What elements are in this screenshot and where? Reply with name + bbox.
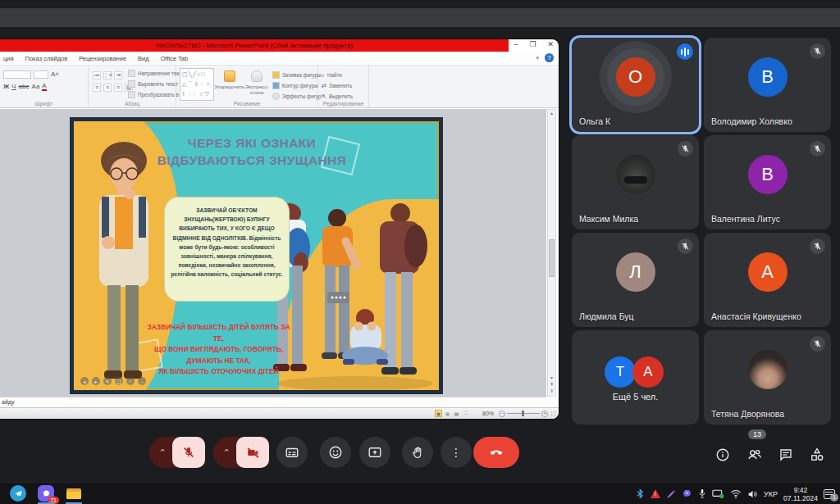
slideshow-view-icon[interactable]: ⛶	[462, 410, 469, 417]
menu-office-tab[interactable]: Office Tab	[161, 55, 189, 62]
avatar: Т	[605, 356, 636, 388]
menu-animation[interactable]: ция	[3, 55, 14, 62]
end-call-button[interactable]	[473, 437, 519, 468]
warning-tray-icon[interactable]	[651, 489, 660, 498]
powerpoint-titlebar[interactable]: НАСИЛЬСТВО - Microsoft PowerPoint (Сбой …	[0, 39, 509, 52]
slide-canvas[interactable]: ЧЕРЕЗ ЯКІ ОЗНАКИ ВІДБУВАЮТЬСЯ ЗНУЩАННЯ З…	[70, 117, 443, 394]
powerpoint-title: НАСИЛЬСТВО - Microsoft PowerPoint (Сбой …	[156, 42, 353, 49]
camera-off-button[interactable]	[236, 437, 269, 468]
prev-slide-icon[interactable]: ◂	[80, 377, 89, 385]
powerpoint-window: НАСИЛЬСТВО - Microsoft PowerPoint (Сбой …	[0, 39, 559, 419]
fit-to-window-icon[interactable]: ⛶	[551, 411, 555, 417]
bullets-icon[interactable]: ≔	[93, 71, 101, 79]
mic-off-icon	[182, 446, 195, 459]
zoom-icon[interactable]: ⌕	[126, 377, 135, 385]
minimize-button[interactable]: –	[514, 40, 518, 48]
align-center-icon[interactable]: ≡	[103, 84, 112, 92]
clock[interactable]: 9:42 07.11.2024	[783, 486, 818, 502]
show-participants-button[interactable]	[745, 445, 765, 465]
strikethrough-icon[interactable]: abc	[19, 83, 30, 90]
zoom-slider-thumb[interactable]	[522, 411, 524, 416]
next-slide-icon[interactable]: ▸	[92, 377, 100, 385]
avatar: О	[616, 57, 655, 97]
participant-tile[interactable]: А Анастасія Кривущенко	[704, 233, 831, 327]
vertical-scrollbar[interactable]: ▴ ▾⇞⇟	[547, 109, 556, 397]
shape-fill-icon	[272, 71, 280, 79]
numbering-icon[interactable]: ⋮≡	[103, 71, 112, 79]
more-icon[interactable]: ⋯	[138, 377, 146, 385]
mic-control: ⌃	[149, 437, 205, 468]
menu-view[interactable]: Вид	[138, 55, 149, 62]
pen-icon[interactable]: ✎	[103, 377, 112, 385]
underline-icon[interactable]: Ч	[11, 83, 16, 90]
taskbar: 71 УКР 9:42 07.11.2024 1	[0, 482, 840, 504]
shape-fill-button[interactable]: Заливка фигуры	[272, 70, 322, 80]
notes-pane[interactable]: айду	[0, 397, 546, 407]
slide-nav-arrows[interactable]: ▾⇞⇟	[548, 375, 555, 394]
arrange-button[interactable]: Упорядочить	[217, 68, 242, 102]
activities-button[interactable]	[807, 445, 827, 465]
participant-tile[interactable]: Л Людмила Буц	[572, 233, 699, 327]
language-indicator[interactable]: УКР	[764, 490, 778, 498]
indent-icon[interactable]: ⇥	[114, 71, 122, 79]
participant-tile[interactable]: Тетяна Дворянова	[704, 330, 831, 425]
zoom-in-icon[interactable]: +	[541, 411, 548, 417]
replace-icon: ⇄	[322, 83, 326, 89]
raise-hand-button[interactable]	[402, 437, 433, 468]
viber-tray-icon[interactable]	[682, 488, 692, 499]
participant-tile[interactable]: В Володимир Холявко	[704, 38, 831, 132]
present-screen-button[interactable]	[359, 437, 390, 468]
slide-sorter-icon[interactable]: ⊞	[444, 410, 451, 417]
pen-tray-icon[interactable]	[666, 489, 676, 499]
find-button[interactable]: ⌕ Найти	[322, 70, 365, 80]
participant-tile[interactable]: О Ольга К	[572, 38, 699, 132]
normal-view-icon[interactable]: ▣	[435, 410, 442, 417]
notification-center-icon[interactable]: 1	[824, 489, 835, 499]
viber-taskbar-icon[interactable]: 71	[38, 485, 54, 502]
meeting-details-button[interactable]	[713, 445, 733, 465]
menu-review[interactable]: Рецензирование	[79, 55, 126, 62]
comment-icon[interactable]: ❑	[115, 377, 123, 385]
screen-share-tray-icon[interactable]	[712, 489, 724, 499]
scrollbar-thumb[interactable]	[549, 239, 555, 277]
reading-view-icon[interactable]: ▤	[453, 410, 460, 417]
wifi-icon[interactable]	[730, 489, 742, 498]
font-size-box[interactable]	[34, 70, 48, 79]
participant-name: Ещё 5 чел.	[572, 392, 699, 402]
change-case-icon[interactable]: Аа	[31, 83, 39, 90]
ribbon-group-paragraph: ≔ ⋮≡ ⇥ ≡ ≡ ≡ ▥ Направление текста	[89, 66, 176, 107]
arrange-icon	[224, 70, 235, 82]
grow-font-icon[interactable]: A˄	[51, 70, 59, 78]
zoom-out-icon[interactable]: −	[499, 411, 505, 417]
mute-button[interactable]	[172, 437, 205, 468]
quick-styles-button[interactable]: Экспресс-стили	[245, 68, 269, 102]
shapes-gallery[interactable]: ▢╲╱○□△⌒⇩♢☆⌇〈〉☆▽	[180, 68, 214, 101]
font-name-box[interactable]	[3, 70, 31, 79]
bluetooth-icon[interactable]	[636, 488, 645, 499]
help-icon[interactable]: ?	[545, 53, 554, 62]
align-left-icon[interactable]: ≡	[93, 84, 101, 92]
reactions-button[interactable]	[320, 437, 351, 468]
menu-slideshow[interactable]: Показ слайдов	[25, 55, 68, 62]
replace-button[interactable]: ⇄ Заменить	[322, 80, 365, 91]
speaker-icon[interactable]	[747, 489, 758, 499]
captions-button[interactable]	[276, 437, 308, 468]
chat-button[interactable]	[776, 445, 796, 465]
collapse-ribbon-icon[interactable]: ▾	[536, 55, 539, 61]
mic-tray-icon[interactable]	[698, 488, 706, 499]
file-explorer-icon[interactable]	[66, 485, 82, 502]
avatar: А	[748, 252, 788, 292]
close-button[interactable]: ✕	[547, 40, 554, 48]
participant-tile[interactable]: В Валентина Литус	[704, 135, 831, 229]
more-options-button[interactable]: ⋮	[441, 437, 472, 468]
paragraph-group-label: Абзац	[89, 101, 176, 107]
zoom-slider[interactable]: − +	[499, 411, 550, 417]
overflow-participants-tile[interactable]: Т А Ещё 5 чел.	[572, 330, 699, 425]
align-right-icon[interactable]: ≡	[114, 84, 122, 92]
bold-icon[interactable]: Ж	[3, 83, 9, 90]
font-color-icon[interactable]: А	[42, 82, 46, 91]
shape-outline-button[interactable]: Контур фигуры	[272, 80, 322, 91]
participant-tile[interactable]: Максим Милка	[572, 135, 699, 229]
telegram-icon[interactable]	[10, 485, 26, 502]
maximize-button[interactable]: ❐	[529, 40, 536, 48]
